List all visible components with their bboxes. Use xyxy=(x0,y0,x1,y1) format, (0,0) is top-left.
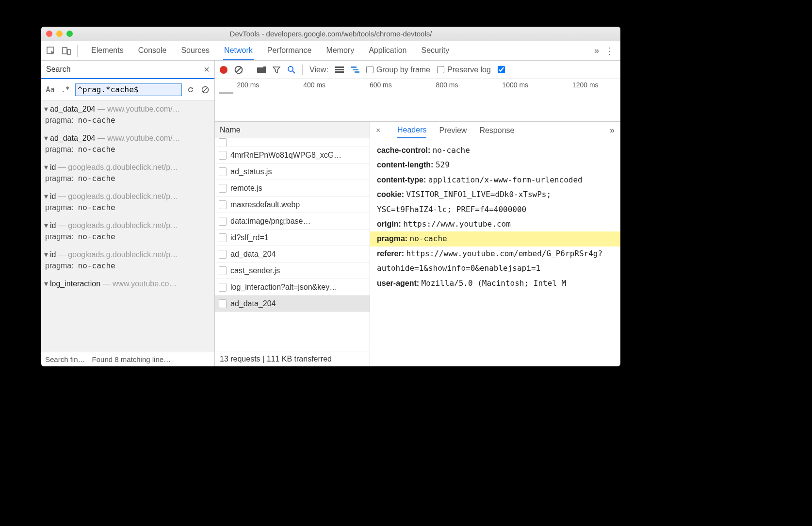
search-result[interactable]: ▾id — googleads.g.doubleclick.net/p…prag… xyxy=(41,159,214,188)
record-button[interactable] xyxy=(220,66,227,74)
close-search-icon[interactable]: × xyxy=(204,64,210,75)
clear-log-icon[interactable] xyxy=(234,66,243,74)
file-icon xyxy=(219,200,227,209)
regex-toggle[interactable]: .* xyxy=(60,85,70,94)
inspect-element-icon[interactable] xyxy=(44,44,58,58)
request-row[interactable]: ad_data_204 xyxy=(215,296,370,312)
file-icon xyxy=(219,233,227,242)
tab-application[interactable]: Application xyxy=(368,42,407,60)
svg-rect-12 xyxy=(335,69,344,70)
group-by-frame-checkbox[interactable]: Group by frame xyxy=(366,66,430,74)
search-status-right: Found 8 matching line… xyxy=(92,355,171,363)
file-icon xyxy=(219,299,227,308)
tab-memory[interactable]: Memory xyxy=(325,42,355,60)
request-row[interactable]: cast_sender.js xyxy=(215,263,370,279)
search-result[interactable]: ▾ad_data_204 — www.youtube.com/…pragma: … xyxy=(41,100,214,130)
search-results: ▾ad_data_204 — www.youtube.com/…pragma: … xyxy=(41,100,214,352)
search-panel: Search × Aa .* ▾ad_data_204 — www.youtub… xyxy=(41,61,215,366)
tab-security[interactable]: Security xyxy=(420,42,450,60)
devtools-window: DevTools - developers.google.com/web/too… xyxy=(41,27,620,366)
network-panel: View: Group by frame Preserve log 200 ms… xyxy=(215,61,620,366)
preserve-log-checkbox[interactable]: Preserve log xyxy=(437,66,491,74)
request-row[interactable]: maxresdefault.webp xyxy=(215,197,370,213)
svg-rect-2 xyxy=(67,49,70,54)
header-row: user-agent: Mozilla/5.0 (Macintosh; Inte… xyxy=(377,276,614,291)
header-row: referer: https://www.youtube.com/embed/G… xyxy=(377,247,614,276)
file-icon xyxy=(219,167,227,176)
header-row: origin: https://www.youtube.com xyxy=(377,217,614,231)
tab-preview[interactable]: Preview xyxy=(439,123,467,138)
search-status-left: Search fin… xyxy=(45,355,85,363)
view-label: View: xyxy=(309,66,328,74)
tab-console[interactable]: Console xyxy=(137,42,168,60)
more-detail-tabs-icon[interactable]: » xyxy=(610,125,615,135)
tab-performance[interactable]: Performance xyxy=(266,42,313,60)
window-title: DevTools - developers.google.com/web/too… xyxy=(41,30,620,38)
file-icon xyxy=(219,217,227,226)
search-result[interactable]: ▾id — googleads.g.doubleclick.net/p…prag… xyxy=(41,246,214,275)
request-row[interactable]: data:image/png;base… xyxy=(215,213,370,230)
svg-rect-15 xyxy=(353,69,358,70)
svg-line-10 xyxy=(292,71,295,73)
header-row: content-length: 529 xyxy=(377,158,614,172)
titlebar: DevTools - developers.google.com/web/too… xyxy=(41,27,620,41)
request-summary: 13 requests | 111 KB transferred xyxy=(215,351,370,366)
header-row: content-type: application/x-www-form-url… xyxy=(377,173,614,187)
search-panel-title: Search xyxy=(46,65,71,74)
request-details: × Headers Preview Response » cache-contr… xyxy=(370,122,620,366)
file-icon xyxy=(219,151,227,160)
column-header-name[interactable]: Name xyxy=(215,122,370,138)
tab-response[interactable]: Response xyxy=(479,123,514,138)
search-result[interactable]: ▾log_interaction — www.youtube.co… xyxy=(41,275,214,292)
network-timeline[interactable]: 200 ms400 ms600 ms800 ms1000 ms1200 ms xyxy=(215,79,620,122)
device-toolbar-icon[interactable] xyxy=(60,44,73,58)
close-details-icon[interactable]: × xyxy=(376,126,385,135)
file-icon xyxy=(219,283,227,292)
request-row[interactable]: log_interaction?alt=json&key… xyxy=(215,279,370,296)
svg-rect-8 xyxy=(263,66,266,73)
waterfall-view-icon[interactable] xyxy=(351,66,359,73)
search-result[interactable]: ▾id — googleads.g.doubleclick.net/p…prag… xyxy=(41,188,214,217)
tab-elements[interactable]: Elements xyxy=(90,42,125,60)
main-tabstrip: Elements Console Sources Network Perform… xyxy=(41,41,620,61)
more-tabs-icon[interactable]: » xyxy=(594,46,599,56)
svg-line-4 xyxy=(203,88,207,92)
file-icon xyxy=(219,184,227,193)
request-row[interactable] xyxy=(215,138,370,147)
svg-rect-16 xyxy=(355,71,359,73)
svg-rect-14 xyxy=(351,66,357,68)
tab-headers[interactable]: Headers xyxy=(397,123,426,138)
request-list: Name 4mrRnEPnWo81qWPG8_xcG…ad_status.jsr… xyxy=(215,122,370,366)
file-icon xyxy=(219,250,227,259)
tab-network[interactable]: Network xyxy=(223,42,254,60)
svg-rect-13 xyxy=(335,71,344,73)
svg-point-9 xyxy=(288,66,293,71)
header-row: cache-control: no-cache xyxy=(377,143,614,158)
svg-rect-1 xyxy=(63,48,67,54)
request-row[interactable]: 4mrRnEPnWo81qWPG8_xcG… xyxy=(215,147,370,164)
tab-sources[interactable]: Sources xyxy=(180,42,211,60)
network-toolbar: View: Group by frame Preserve log xyxy=(215,61,620,79)
clear-search-icon[interactable] xyxy=(201,86,211,94)
header-row: pragma: no-cache xyxy=(370,231,620,246)
request-row[interactable]: ad_status.js xyxy=(215,164,370,180)
request-row[interactable]: remote.js xyxy=(215,180,370,197)
svg-line-6 xyxy=(237,67,241,72)
request-row[interactable]: id?slf_rd=1 xyxy=(215,230,370,246)
settings-menu-icon[interactable]: ⋮ xyxy=(605,46,614,56)
panel-tabs: Elements Console Sources Network Perform… xyxy=(90,42,450,60)
file-icon xyxy=(219,266,227,275)
search-result[interactable]: ▾id — googleads.g.doubleclick.net/p…prag… xyxy=(41,217,214,246)
search-result[interactable]: ▾ad_data_204 — www.youtube.com/…pragma: … xyxy=(41,130,214,159)
match-case-toggle[interactable]: Aa xyxy=(45,85,55,94)
capture-screenshot-icon[interactable] xyxy=(257,66,266,73)
request-row[interactable]: ad_data_204 xyxy=(215,246,370,263)
search-input[interactable] xyxy=(75,83,182,96)
search-icon[interactable] xyxy=(287,66,295,74)
large-rows-icon[interactable] xyxy=(335,66,344,73)
refresh-search-icon[interactable] xyxy=(187,86,196,94)
filter-icon[interactable] xyxy=(273,66,280,74)
header-row: cookie: VISITOR_INFO1_LIVE=dDk0-xTswPs; … xyxy=(377,187,614,217)
disable-cache-checkbox[interactable] xyxy=(498,66,505,73)
svg-rect-11 xyxy=(335,66,344,68)
